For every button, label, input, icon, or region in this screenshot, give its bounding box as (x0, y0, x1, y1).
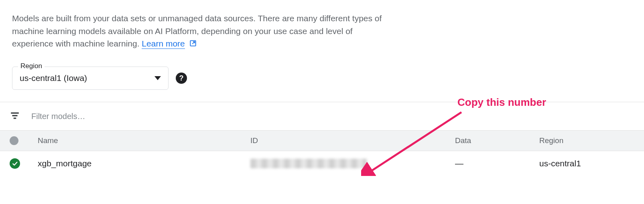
svg-rect-2 (12, 115, 18, 116)
learn-more-link[interactable]: Learn more (142, 39, 185, 49)
filter-bar (0, 102, 644, 130)
header-region[interactable]: Region (539, 136, 634, 145)
cell-id (250, 159, 455, 168)
region-select[interactable]: Region us-central1 (Iowa) (12, 67, 169, 90)
header-id[interactable]: ID (250, 136, 455, 145)
region-value: us-central1 (Iowa) (20, 73, 87, 83)
check-icon (10, 158, 20, 169)
svg-rect-3 (14, 118, 16, 119)
cell-data: — (455, 159, 539, 168)
header-status (10, 136, 38, 145)
cell-region: us-central1 (539, 159, 634, 168)
filter-icon[interactable] (10, 110, 20, 122)
help-icon[interactable]: ? (176, 73, 187, 84)
region-field-label: Region (18, 62, 45, 70)
header-data[interactable]: Data (455, 136, 539, 145)
external-link-icon (189, 38, 197, 51)
filter-input[interactable] (31, 112, 634, 121)
header-name[interactable]: Name (38, 136, 250, 145)
cell-name[interactable]: xgb_mortgage (38, 159, 250, 168)
table-row[interactable]: xgb_mortgage — us-central1 (0, 151, 644, 176)
redacted-id (250, 159, 367, 168)
table-header-row: Name ID Data Region (0, 130, 644, 151)
description-body: Models are built from your data sets or … (12, 14, 382, 48)
svg-rect-1 (11, 113, 19, 114)
annotation-label: Copy this number (457, 96, 546, 109)
description-text: Models are built from your data sets or … (0, 0, 397, 50)
status-indicator-icon (10, 136, 18, 145)
chevron-down-icon (154, 76, 161, 80)
